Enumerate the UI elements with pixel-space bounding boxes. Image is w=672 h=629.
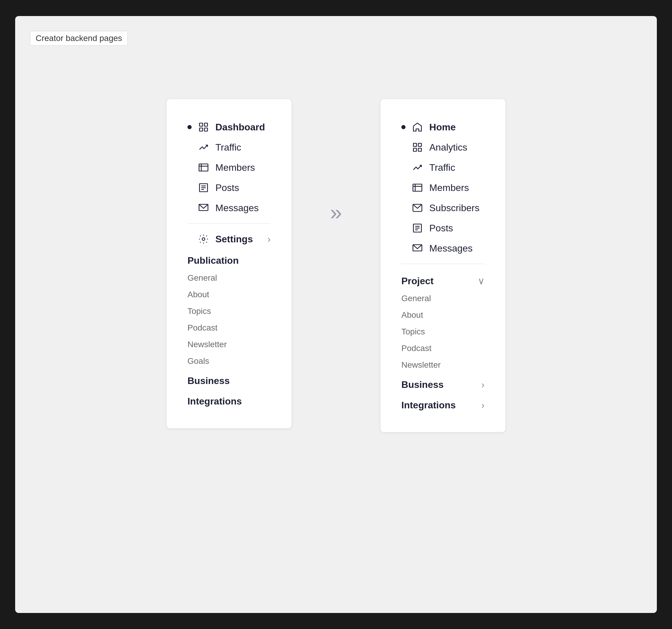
posts-icon [197,182,210,194]
settings-row[interactable]: Settings › [188,229,271,249]
nav-item-traffic[interactable]: Traffic [188,137,271,158]
settings-icon [197,233,210,245]
messages-icon-right [411,242,423,254]
settings-left: Settings [188,233,253,245]
svg-rect-17 [413,184,422,191]
integrations-header-right: Integrations [401,400,456,411]
members-icon [197,162,210,173]
subscribers-icon [411,202,423,214]
project-header: Project [401,275,433,287]
messages-icon [197,202,210,214]
nav-label-dashboard: Dashboard [215,122,265,133]
svg-rect-1 [205,123,208,126]
nav-label-home: Home [429,122,456,133]
traffic-icon-right [411,162,423,173]
svg-rect-16 [418,148,422,151]
project-section-row[interactable]: Project ∨ [401,269,484,290]
business-header-right: Business [401,379,443,390]
business-header[interactable]: Business [188,369,271,390]
proj-item-general[interactable]: General [401,290,484,307]
svg-point-12 [202,238,205,241]
nav-item-posts-right[interactable]: Posts [401,218,484,238]
nav-label-messages-right: Messages [429,243,473,254]
outer-frame: Creator backend pages Dashboard [15,16,657,613]
active-dot-indicator-right [401,125,406,129]
svg-rect-4 [199,164,208,171]
svg-rect-0 [199,123,202,126]
proj-item-about[interactable]: About [401,307,484,323]
svg-rect-2 [199,128,202,131]
nav-label-analytics: Analytics [429,142,467,153]
nav-label-traffic: Traffic [215,142,241,153]
home-icon [411,121,423,133]
nav-label-subscribers: Subscribers [429,202,479,214]
page-title-badge: Creator backend pages [30,31,128,46]
proj-item-topics[interactable]: Topics [401,323,484,340]
nav-item-messages-right[interactable]: Messages [401,238,484,258]
svg-rect-13 [413,143,417,147]
nav-item-posts[interactable]: Posts [188,177,271,198]
business-chevron-icon: › [481,379,484,390]
nav-item-messages[interactable]: Messages [188,198,271,218]
integrations-section-row[interactable]: Integrations › [401,394,484,414]
divider-right [401,264,484,264]
settings-label: Settings [215,234,253,245]
proj-item-podcast[interactable]: Podcast [401,340,484,357]
dashboard-icon [197,121,210,133]
page-title: Creator backend pages [35,33,122,43]
pub-item-general[interactable]: General [188,270,271,286]
nav-label-posts-right: Posts [429,223,453,234]
active-dot-indicator [188,125,192,129]
integrations-header[interactable]: Integrations [188,390,271,410]
integrations-chevron-icon: › [481,400,484,411]
members-icon-right [411,182,423,194]
nav-label-posts: Posts [215,182,239,193]
content-area: Dashboard Traffic [167,99,505,432]
nav-item-dashboard[interactable]: Dashboard [188,117,271,137]
svg-rect-15 [413,148,417,151]
divider-1 [188,223,271,224]
nav-item-members-right[interactable]: Members [401,177,484,198]
left-panel: Dashboard Traffic [167,99,291,428]
settings-chevron-icon: › [267,234,271,245]
pub-item-newsletter[interactable]: Newsletter [188,336,271,353]
nav-label-members: Members [215,162,255,173]
pub-item-podcast[interactable]: Podcast [188,319,271,336]
nav-item-subscribers[interactable]: Subscribers [401,198,484,218]
nav-label-messages: Messages [215,202,259,214]
pub-item-topics[interactable]: Topics [188,303,271,319]
project-chevron-down-icon: ∨ [478,275,484,287]
nav-item-home[interactable]: Home [401,117,484,137]
nav-item-members[interactable]: Members [188,158,271,177]
business-section-row[interactable]: Business › [401,373,484,394]
analytics-icon [411,141,423,153]
nav-item-traffic-right[interactable]: Traffic [401,158,484,177]
arrow-separator: » [330,200,342,224]
publication-header: Publication [188,249,271,270]
nav-label-traffic-right: Traffic [429,162,455,173]
pub-item-about[interactable]: About [188,286,271,303]
right-panel: Home Analytics [381,99,505,432]
proj-item-newsletter[interactable]: Newsletter [401,357,484,373]
pub-item-goals[interactable]: Goals [188,353,271,369]
svg-rect-14 [418,143,422,147]
nav-item-analytics[interactable]: Analytics [401,137,484,158]
traffic-icon [197,141,210,153]
svg-rect-3 [205,128,208,131]
posts-icon-right [411,222,423,234]
nav-label-members-right: Members [429,182,469,193]
